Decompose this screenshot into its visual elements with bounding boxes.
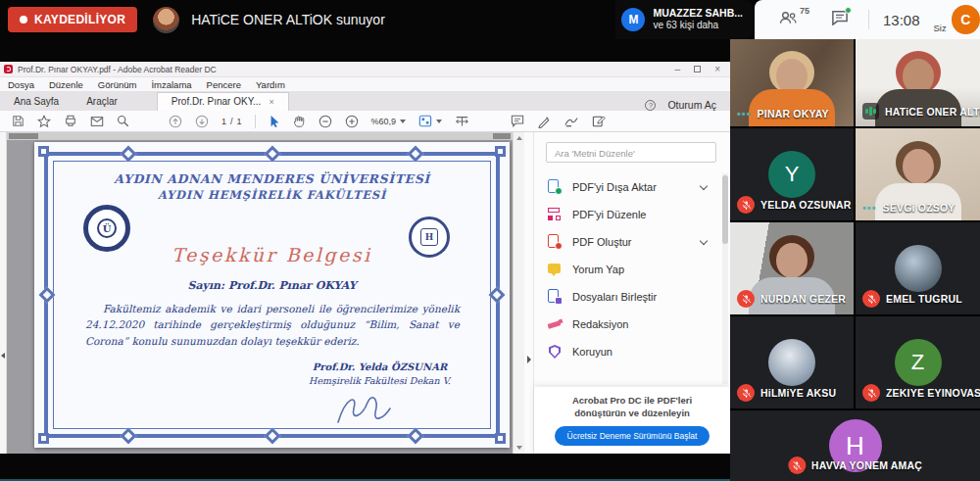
menu-edit[interactable]: Düzenle [49,79,83,90]
scroll-down-icon[interactable] [516,446,522,450]
tool-item-export-pdf[interactable]: PDF'yi Dışa Aktar [534,173,720,201]
participant-tile-hilmiye-aksu[interactable]: HiLMiYE AKSU [730,316,854,409]
tool-item-combine-files[interactable]: Dosyaları Birleştir [534,283,720,311]
panel-collapse-strip[interactable] [524,132,534,454]
overflow-avatar: M [621,8,645,31]
participant-name-chip: NURDAN GEZER [737,290,846,308]
tool-item-redact[interactable]: Redaksiyon [534,311,720,338]
tool-label: Redaksiyon [572,318,628,330]
acrobat-reader-window: Prof.Dr. Pınar OKYAY.pdf - Adobe Acrobat… [0,62,730,454]
tab-document[interactable]: Prof.Dr. Pınar OKY... × [157,92,289,111]
participant-name-chip: •••SEVGi OZSOY [862,202,956,214]
recording-dot-icon [20,16,27,24]
menu-view[interactable]: Görünüm [98,79,137,90]
tab-tools[interactable]: Araçlar [73,93,131,111]
next-page-icon[interactable] [195,115,209,128]
participant-tile-hatice-oner-altiok[interactable]: HATiCE ONER ALTIOK [856,39,980,126]
print-icon[interactable] [64,115,77,127]
tools-list-scrollbar[interactable] [722,173,728,384]
menu-file[interactable]: Dosya [8,79,34,90]
tools-search-input[interactable] [547,144,715,163]
menu-window[interactable]: Pencere [207,79,241,90]
tab-home[interactable]: Ana Sayfa [0,93,73,111]
certificate-title: Teşekkür Belgesi [34,244,510,265]
participant-name: PINAR OKYAY [758,108,829,120]
participant-tile-sevgi-ozsoy[interactable]: •••SEVGi OZSOY [856,128,980,220]
topbar-divider [868,10,869,29]
more-participants-pill[interactable]: M MUAZZEZ SAHB... ve 63 kişi daha [615,0,753,39]
chevron-down-icon [700,181,708,189]
participant-tile-yelda-ozsunar-d-[interactable]: YYELDA OZSUNAR D... [730,128,854,220]
tools-search[interactable] [546,142,716,163]
participant-tile-zekiye-eyinovasi[interactable]: ZZEKIYE EYINOVASI [856,316,980,409]
tool-item-edit-pdf[interactable]: PDF'yi Düzenle [534,201,720,228]
left-nav-pane[interactable] [0,132,7,454]
zoom-level-dropdown[interactable]: %60,9 [371,117,407,126]
chevron-down-icon [700,236,708,244]
email-icon[interactable] [90,116,104,127]
hand-tool-icon[interactable] [293,115,306,128]
participant-tile-emel-tugrul[interactable]: EMEL TUGRUL [856,222,980,314]
find-icon[interactable] [117,115,129,127]
tab-close-icon[interactable]: × [269,97,273,107]
maximize-button[interactable] [694,66,701,72]
scrollbar-block[interactable] [493,133,511,139]
pdf-page-certificate: AYDIN ADNAN MENDERES ÜNİVERSİTESİ AYDIN … [34,142,510,448]
overflow-participant-count: ve 63 kişi daha [653,20,743,32]
participant-tile-havva-yonem-ama-[interactable]: HHAVVA YONEM AMAÇ [730,410,980,481]
highlight-pen-icon[interactable] [537,115,551,128]
document-view: AYDIN ADNAN MENDERES ÜNİVERSİTESİ AYDIN … [7,132,513,454]
close-button[interactable]: × [714,65,720,74]
scrollbar-thumb[interactable] [9,133,38,139]
tool-label: PDF'yi Düzenle [572,209,646,220]
mic-off-icon [737,196,755,214]
clock: 13:08 [883,12,920,28]
scroll-up-icon[interactable] [516,136,522,140]
participant-tile-pinar-okyay[interactable]: •••PINAR OKYAY [730,39,854,126]
tools-panel: PDF'yi Dışa AktarPDF'yi DüzenlePDF Oluşt… [534,132,730,454]
participant-tile-nurdan-gezer[interactable]: NURDAN GEZER [730,222,854,314]
tab-document-label: Prof.Dr. Pınar OKY... [172,96,262,107]
menu-help[interactable]: Yardım [256,79,285,90]
participants-button[interactable]: 75 [778,10,798,29]
page-number-field[interactable]: 1 / 1 [221,117,242,126]
current-page: 1 [221,117,226,126]
help-icon[interactable]: ? [645,100,656,111]
page-display-dropdown[interactable] [418,115,442,127]
zoom-in-icon[interactable] [345,115,359,128]
chevron-down-icon [400,120,406,123]
participant-name-chip: YELDA OZSUNAR D... [737,196,854,214]
horizontal-scrollbar[interactable] [7,132,513,140]
previous-page-icon[interactable] [169,115,182,128]
tool-label: PDF'yi Dışa Aktar [572,181,657,193]
tool-item-protect[interactable]: Koruyun [534,338,720,365]
overflow-participant-name: MUAZZEZ SAHB... [653,7,743,20]
edit-pdf-icon [548,207,563,222]
mic-off-icon [737,290,755,308]
fit-width-icon[interactable] [455,115,469,128]
certificate-faculty: AYDIN HEMŞİRELİK FAKÜLTESİ [34,188,510,202]
participant-name: NURDAN GEZER [760,293,846,305]
tool-item-create-pdf[interactable]: PDF Oluştur [534,228,720,256]
sign-in-link[interactable]: Oturum Aç [667,99,716,111]
chat-button[interactable] [831,10,849,29]
self-avatar[interactable]: C [952,5,980,34]
participant-photo-avatar [895,245,942,292]
start-free-trial-button[interactable]: Ücretsiz Deneme Sürümünü Başlat [555,426,710,446]
tool-item-comment[interactable]: Yorum Yap [534,256,720,283]
menu-sign[interactable]: İmzalama [151,79,191,90]
favorites-star-icon[interactable] [37,115,51,127]
minimize-button[interactable]: – [675,65,681,74]
acrobat-menubar: Dosya Düzenle Görünüm İmzalama Pencere Y… [0,77,730,91]
participant-count: 75 [800,6,809,16]
participant-initial-avatar: Z [895,339,942,386]
fill-sign-icon[interactable] [592,115,607,128]
sign-icon[interactable] [564,115,579,127]
mic-off-icon [737,384,755,402]
comment-note-icon[interactable] [511,115,524,127]
participant-name-chip: •••PINAR OKYAY [737,108,829,120]
select-tool-icon[interactable] [269,115,280,128]
save-icon[interactable] [12,115,24,127]
zoom-out-icon[interactable] [318,115,332,128]
vertical-scrollbar[interactable] [513,132,524,454]
